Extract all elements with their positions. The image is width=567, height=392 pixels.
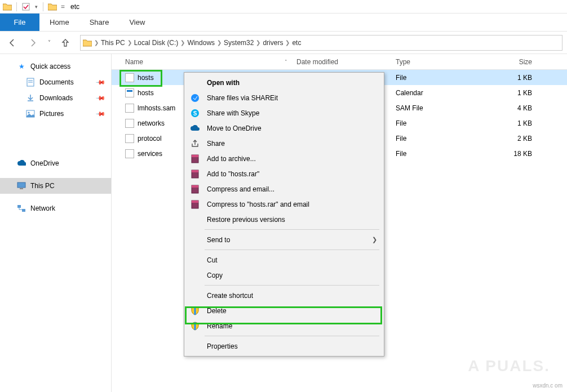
svg-text:S: S [193,110,197,117]
cm-add-rar[interactable]: Add to "hosts.rar" [184,166,384,181]
pin-icon: 📌 [95,77,105,87]
main: ★ Quick access Documents 📌 Downloads 📌 P… [0,54,567,392]
back-button[interactable] [5,35,20,51]
cm-cut[interactable]: Cut [184,252,384,268]
file-type: File [392,135,473,142]
cm-shareit[interactable]: Share files via SHAREit [184,90,384,105]
cm-add-archive[interactable]: Add to archive... [184,151,384,166]
sidebar-item-label: Documents [39,78,74,86]
file-type: SAM File [392,104,473,112]
checkbox-icon[interactable] [21,2,31,12]
shield-icon [190,306,200,316]
cloud-icon [190,123,200,133]
cm-compress-rar-email[interactable]: Compress to "hosts.rar" and email [184,197,384,212]
pin-icon: 📌 [95,92,105,103]
file-icon [125,119,134,128]
document-icon [26,78,35,87]
cm-copy[interactable]: Copy [184,268,384,283]
svg-rect-16 [192,170,198,172]
chevron-right-icon[interactable]: ❯ [256,39,260,46]
file-size: 2 KB [473,135,537,142]
cm-share[interactable]: Share [184,136,384,151]
col-type[interactable]: Type [392,54,473,69]
qat-label: = [61,3,65,11]
sidebar-item-label: OneDrive [30,159,59,167]
chevron-right-icon[interactable]: ❯ [285,39,290,46]
cm-open-with[interactable]: Open with [184,75,384,90]
sidebar-item-label: Pictures [39,110,64,118]
crumb-windows[interactable]: Windows [187,39,215,47]
sidebar-item-onedrive[interactable]: OneDrive [0,155,111,171]
tab-home[interactable]: Home [39,14,79,31]
shield-icon [190,321,200,331]
archive-icon [190,154,200,164]
svg-rect-14 [192,155,198,157]
chevron-right-icon[interactable]: ❯ [217,39,222,46]
cm-onedrive[interactable]: Move to OneDrive [184,121,384,136]
sidebar-item-label: Downloads [39,94,73,102]
col-name[interactable]: Name˄ [112,54,293,69]
tab-share[interactable]: Share [79,14,119,31]
file-icon [125,104,134,113]
cm-compress-email[interactable]: Compress and email... [184,181,384,197]
sidebar-item-downloads[interactable]: Downloads 📌 [0,90,111,106]
dropdown-icon[interactable]: ▾ [33,2,39,12]
chevron-right-icon: ❯ [372,236,377,243]
separator [43,2,43,11]
cm-skype[interactable]: S Share with Skype [184,105,384,121]
crumb-etc[interactable]: etc [292,39,301,47]
crumb-system32[interactable]: System32 [224,39,254,47]
forward-button[interactable] [25,35,41,51]
sidebar-item-pictures[interactable]: Pictures 📌 [0,106,111,122]
breadcrumb[interactable]: ❯ This PC ❯ Local Disk (C:) ❯ Windows ❯ … [80,35,562,51]
sidebar-item-documents[interactable]: Documents 📌 [0,74,111,90]
cm-delete[interactable]: Delete [184,303,384,318]
sidebar-item-quick-access[interactable]: ★ Quick access [0,59,111,74]
cm-restore[interactable]: Restore previous versions [184,212,384,227]
crumb-this-pc[interactable]: This PC [101,39,125,47]
crumb-drivers[interactable]: drivers [263,39,283,47]
svg-rect-20 [192,201,198,203]
monitor-icon [17,181,26,190]
folder-icon [83,39,92,47]
file-type: Calendar [392,89,473,97]
file-size: 1 KB [473,89,537,97]
chevron-right-icon[interactable]: ❯ [180,39,185,46]
file-icon [125,73,134,82]
svg-rect-6 [17,182,25,188]
file-size: 4 KB [473,104,537,112]
crumb-local-disk[interactable]: Local Disk (C:) [134,39,179,47]
chevron-right-icon[interactable]: ❯ [94,39,99,46]
sidebar-item-network[interactable]: Network [0,201,111,216]
file-type: File [392,119,473,127]
file-icon [125,134,134,143]
column-headers[interactable]: Name˄ Date modified Type Size [112,54,567,70]
chevron-right-icon[interactable]: ❯ [127,39,132,46]
file-icon [125,149,134,158]
sidebar-item-label: Quick access [30,63,70,70]
star-icon: ★ [17,62,26,71]
titlebar: ▾ = etc [0,0,567,14]
col-size[interactable]: Size [473,54,537,69]
sidebar-item-label: Network [30,204,55,212]
svg-rect-8 [17,205,21,208]
folder-icon[interactable] [2,2,12,12]
file-name: lmhosts.sam [138,104,175,112]
recent-dropdown[interactable]: ˅ [45,35,53,51]
folder-icon[interactable] [47,2,57,12]
archive-icon [190,184,200,194]
sort-indicator-icon: ˄ [285,59,287,65]
col-date[interactable]: Date modified [293,54,392,69]
file-name: protocol [138,135,162,142]
up-button[interactable] [57,35,73,51]
network-icon [17,204,26,213]
separator [205,336,379,336]
file-tab[interactable]: File [0,14,39,31]
separator [205,250,379,250]
cm-create-shortcut[interactable]: Create shortcut [184,288,384,303]
cm-properties[interactable]: Properties [184,338,384,354]
tab-view[interactable]: View [119,14,155,31]
cm-send-to[interactable]: Send to❯ [184,232,384,247]
sidebar-item-this-pc[interactable]: This PC [0,178,111,194]
cm-rename[interactable]: Rename [184,318,384,333]
